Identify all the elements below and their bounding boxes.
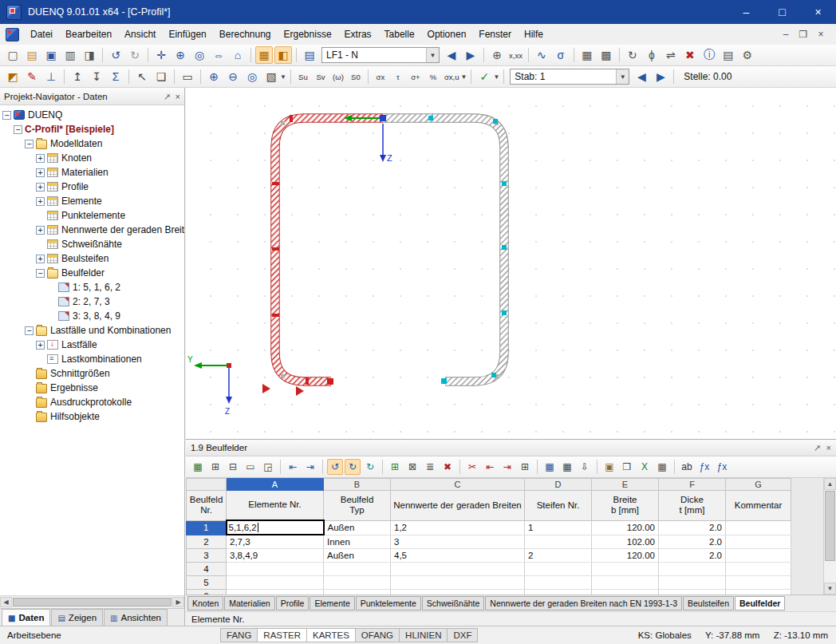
new-file-icon[interactable]: ▢ — [4, 46, 22, 64]
first-table-icon[interactable]: ⇤ — [285, 459, 301, 475]
add-row-icon[interactable]: ⊞ — [517, 459, 533, 475]
tree-item-beulfelder[interactable]: −Beulfelder — [0, 266, 184, 280]
expand-icon[interactable]: + — [36, 255, 45, 263]
row-number-6[interactable]: 6 — [187, 590, 227, 595]
zoom-in-icon[interactable]: ⊕ — [172, 46, 189, 64]
expand-icon[interactable]: + — [36, 341, 45, 350]
redo-table-icon[interactable]: ↻ — [345, 459, 361, 475]
zoom-results-icon[interactable]: ⊕ — [488, 46, 506, 64]
delete-line-icon[interactable]: ⊠ — [404, 459, 420, 475]
cell-A6[interactable] — [227, 590, 324, 595]
cell-C2[interactable]: 3 — [391, 535, 525, 549]
cell-B3[interactable]: Außen — [324, 549, 391, 563]
info-icon[interactable]: ⓘ — [700, 46, 718, 64]
profile-left-hatch[interactable] — [275, 118, 383, 381]
menu-berechnung[interactable]: Berechnung — [213, 26, 278, 43]
tree-item-modelldaten[interactable]: −Modelldaten — [0, 136, 184, 151]
tab-materialien[interactable]: Materialien — [224, 596, 274, 610]
toggle-fang[interactable]: FANG — [220, 628, 257, 642]
column-letter-B[interactable]: B — [324, 479, 391, 491]
menu-einfügen[interactable]: Einfügen — [162, 26, 212, 43]
move-down-icon[interactable]: ↧ — [88, 68, 105, 85]
navigator-h-scrollbar[interactable]: ◀ ▶ — [0, 595, 184, 608]
delete-row-icon[interactable]: ⊟ — [225, 459, 241, 475]
tree-item-materialien[interactable]: +Materialien — [0, 165, 184, 180]
open-file-icon[interactable]: ▤ — [23, 46, 41, 64]
toggle-dxf[interactable]: DXF — [447, 628, 478, 642]
chevron-down-icon[interactable]: ▼ — [426, 48, 439, 62]
rotate-icon[interactable]: ↻ — [624, 46, 641, 64]
clipboard-icon[interactable]: ▣ — [601, 459, 617, 475]
toggle-hlinien[interactable]: HLINIEN — [399, 628, 447, 642]
scroll-right-icon[interactable]: ▶ — [172, 597, 184, 607]
phi-icon[interactable]: ϕ — [643, 46, 661, 64]
close-icon[interactable]: × — [826, 443, 831, 452]
import-table-icon[interactable]: ▦ — [654, 459, 670, 475]
tree-item-3-3-8-4-9[interactable]: 3: 3, 8, 4, 9 — [0, 309, 184, 323]
row-number-5[interactable]: 5 — [187, 576, 227, 590]
table-list-icon[interactable]: ▦ — [559, 459, 575, 475]
axes-icon[interactable]: ⊥ — [42, 68, 60, 85]
zoom-rect-icon[interactable]: ◎ — [243, 68, 261, 85]
previous-loadcase-icon[interactable]: ◀ — [443, 46, 460, 64]
cyan-node-markers[interactable] — [428, 116, 507, 384]
expand-icon[interactable]: + — [36, 197, 45, 206]
layers-icon[interactable]: ▧ — [262, 68, 280, 85]
ole-icon[interactable]: ❒ — [619, 459, 635, 475]
print-preview-icon[interactable]: ◨ — [81, 46, 98, 64]
mdi-close-icon[interactable]: × — [812, 29, 830, 40]
chevron-down-icon[interactable]: ▼ — [493, 73, 499, 81]
menu-hilfe[interactable]: Hilfe — [518, 26, 550, 43]
table-edit-icon[interactable]: ▦ — [190, 459, 206, 475]
renumber-icon[interactable]: ≣ — [422, 459, 438, 475]
row-number-2[interactable]: 2 — [187, 535, 227, 549]
delete-contents-icon[interactable]: ✖ — [440, 459, 455, 475]
loadcase-list-icon[interactable]: ▤ — [301, 46, 318, 64]
tab-nennwerte-der-geraden-breiten-nach-en-1993-1-3[interactable]: Nennwerte der geraden Breiten nach EN 19… — [485, 596, 682, 610]
tree-item-nennwerte-der-geraden-breiten[interactable]: +Nennwerte der geraden Breiten — [0, 223, 184, 237]
toggle-raster[interactable]: RASTER — [257, 628, 306, 642]
tab-beulsteifen[interactable]: Beulsteifen — [683, 596, 734, 610]
tree-item-duenq[interactable]: −DUENQ — [0, 108, 184, 122]
cell-B6[interactable] — [324, 590, 391, 595]
cell-C1[interactable]: 1,2 — [391, 520, 525, 535]
column-letter-E[interactable]: E — [592, 479, 659, 491]
select-all-icon[interactable]: ▦ — [542, 459, 558, 475]
move-up-icon[interactable]: ↥ — [69, 68, 86, 85]
tree-item-1-5-1-6-2[interactable]: 1: 5, 1, 6, 2 — [0, 280, 184, 294]
next-loadcase-icon[interactable]: ▶ — [462, 46, 479, 64]
last-table-icon[interactable]: ⇥ — [302, 459, 318, 475]
toggle-kartes[interactable]: KARTES — [306, 628, 355, 642]
menu-bearbeiten[interactable]: Bearbeiten — [59, 26, 118, 43]
menu-tabelle[interactable]: Tabelle — [378, 26, 421, 43]
cell-F4[interactable] — [659, 563, 726, 576]
raster-icon[interactable]: ▩ — [597, 46, 615, 64]
cell-A4[interactable] — [227, 563, 324, 576]
cell-D1[interactable]: 1 — [525, 520, 592, 535]
tab-profile[interactable]: Profile — [276, 596, 310, 610]
rename-icon[interactable]: ab — [679, 459, 695, 475]
expand-icon[interactable]: + — [36, 226, 45, 235]
sigma-xu-icon[interactable]: σx,u — [443, 68, 461, 85]
column-header-elemente-nr[interactable]: Elemente Nr. — [227, 491, 324, 521]
toggle-ofang[interactable]: OFANG — [355, 628, 399, 642]
blank-rows-icon[interactable]: ▭ — [243, 459, 258, 475]
cell-B2[interactable]: Innen — [324, 535, 391, 549]
extreme-values-icon[interactable]: x,xx — [507, 46, 524, 64]
tree-item-profile[interactable]: +Profile — [0, 180, 184, 194]
chevron-down-icon[interactable]: ▼ — [460, 73, 467, 81]
undo-table-icon[interactable]: ↺ — [327, 459, 343, 475]
tree-item-ergebnisse[interactable]: Ergebnisse — [0, 381, 184, 395]
cell-E2[interactable]: 102.00 — [592, 535, 659, 549]
collapse-icon[interactable]: − — [2, 111, 11, 120]
cell-D3[interactable]: 2 — [525, 549, 592, 563]
menu-optionen[interactable]: Optionen — [421, 26, 473, 43]
row-number-1[interactable]: 1 — [187, 520, 227, 535]
insert-line-icon[interactable]: ⊞ — [387, 459, 403, 475]
tree-item-lastkombinationen[interactable]: Lastkombinationen — [0, 352, 184, 366]
formula-edit-icon[interactable]: ƒx — [714, 459, 730, 475]
close-button[interactable]: × — [800, 0, 836, 24]
column-letter-C[interactable]: C — [391, 479, 525, 491]
delete-icon[interactable]: ✖ — [681, 46, 699, 64]
shift-left-icon[interactable]: ⇤ — [482, 459, 498, 475]
